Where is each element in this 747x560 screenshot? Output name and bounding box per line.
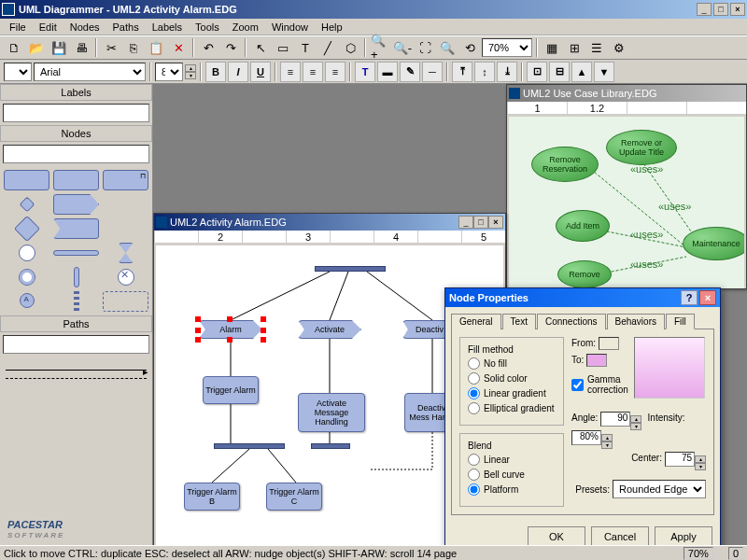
copy-icon[interactable]: ⎘ bbox=[123, 37, 144, 58]
cancel-button[interactable]: Cancel bbox=[591, 526, 649, 547]
shape-diamond-sm[interactable] bbox=[19, 197, 35, 213]
to-swatch[interactable] bbox=[586, 354, 607, 367]
radio-blend-platform[interactable] bbox=[468, 483, 480, 496]
back-icon[interactable]: ▼ bbox=[594, 62, 614, 82]
activity-titlebar[interactable]: UML2 Activity Alarm.EDG _ □ × bbox=[154, 214, 505, 231]
shape-bar-v[interactable] bbox=[74, 267, 79, 287]
path-dashed[interactable] bbox=[6, 378, 147, 379]
ok-button[interactable]: OK bbox=[528, 526, 585, 547]
angle-up[interactable]: ▴ bbox=[630, 415, 641, 423]
front-icon[interactable]: ▲ bbox=[571, 62, 592, 82]
print-icon[interactable]: 🖶 bbox=[71, 37, 92, 58]
child-max[interactable]: □ bbox=[473, 216, 488, 229]
uc-remove-reserv[interactable]: Remove Reservation bbox=[531, 147, 599, 182]
align-center-icon[interactable]: ≡ bbox=[303, 62, 323, 82]
zoomin-icon[interactable]: 🔍+ bbox=[370, 37, 390, 58]
zoomout-icon[interactable]: 🔍- bbox=[392, 37, 413, 58]
snap-icon[interactable]: ⊞ bbox=[564, 37, 585, 58]
pointer-icon[interactable]: ↖ bbox=[250, 37, 271, 58]
radio-blend-bell[interactable] bbox=[468, 469, 480, 481]
dialog-titlebar[interactable]: Node Properties ? × bbox=[445, 288, 720, 307]
radio-blend-linear[interactable] bbox=[468, 454, 480, 466]
prefs-icon[interactable]: ⚙ bbox=[609, 37, 629, 58]
grid-icon[interactable]: ▦ bbox=[542, 37, 562, 58]
shape-rect2[interactable] bbox=[53, 170, 99, 190]
text-icon[interactable]: T bbox=[295, 37, 316, 58]
radio-linear[interactable] bbox=[468, 387, 480, 399]
node-activate-msg[interactable]: Activate Message Handling bbox=[298, 393, 365, 432]
dialog-close-button[interactable]: × bbox=[699, 290, 716, 305]
node-activate[interactable]: Activate bbox=[298, 320, 361, 339]
save-icon[interactable]: 💾 bbox=[49, 37, 69, 58]
ungroup-icon[interactable]: ⊟ bbox=[549, 62, 570, 82]
bold-button[interactable]: B bbox=[205, 62, 226, 82]
uc-maintenance[interactable]: Maintenance bbox=[683, 227, 744, 260]
italic-button[interactable]: I bbox=[228, 62, 248, 82]
shape-rect[interactable] bbox=[4, 170, 49, 190]
paths-panel-header[interactable]: Paths bbox=[0, 315, 152, 332]
undo-icon[interactable]: ↶ bbox=[198, 37, 218, 58]
select-icon[interactable]: ▭ bbox=[273, 37, 293, 58]
zoomprev-icon[interactable]: ⟲ bbox=[459, 37, 480, 58]
menu-file[interactable]: File bbox=[4, 21, 32, 34]
minimize-button[interactable]: _ bbox=[697, 3, 712, 16]
intensity-input[interactable]: 80% bbox=[571, 430, 601, 445]
menu-edit[interactable]: Edit bbox=[34, 21, 63, 34]
tab-text[interactable]: Text bbox=[502, 314, 536, 329]
menu-help[interactable]: Help bbox=[316, 21, 348, 34]
angle-input[interactable]: 90 bbox=[600, 412, 630, 427]
tab-behaviors[interactable]: Behaviors bbox=[607, 314, 665, 329]
menu-paths[interactable]: Paths bbox=[107, 21, 145, 34]
usecase-titlebar[interactable]: UML2 Use Case Library.EDG bbox=[507, 85, 746, 102]
radio-elliptical[interactable] bbox=[468, 402, 480, 414]
menu-zoom[interactable]: Zoom bbox=[227, 21, 264, 34]
cut-icon[interactable]: ✂ bbox=[101, 37, 121, 58]
from-swatch[interactable] bbox=[599, 337, 619, 350]
zoom-combo[interactable]: 70% bbox=[482, 38, 532, 57]
new-icon[interactable]: 🗋 bbox=[4, 37, 24, 58]
align-left-icon[interactable]: ≡ bbox=[280, 62, 301, 82]
child-close[interactable]: × bbox=[488, 216, 503, 229]
menu-window[interactable]: Window bbox=[266, 21, 314, 34]
child-min[interactable]: _ bbox=[458, 216, 473, 229]
shape-bar[interactable] bbox=[53, 250, 99, 256]
node-trigger-b[interactable]: Trigger Alarm B bbox=[184, 483, 240, 511]
center-input[interactable]: 75 bbox=[665, 452, 695, 467]
size-up[interactable]: ▴ bbox=[185, 64, 196, 72]
close-button[interactable]: × bbox=[730, 3, 745, 16]
join-bar[interactable] bbox=[311, 443, 350, 449]
open-icon[interactable]: 📂 bbox=[26, 37, 47, 58]
zoomarea-icon[interactable]: 🔍 bbox=[437, 37, 458, 58]
valign-bot-icon[interactable]: ⤓ bbox=[497, 62, 517, 82]
shape-roundrect[interactable] bbox=[103, 291, 148, 312]
uc-remove[interactable]: Remove bbox=[557, 260, 612, 288]
gamma-checkbox[interactable] bbox=[571, 379, 584, 391]
line-icon[interactable]: ╱ bbox=[317, 37, 338, 58]
nodes-filter[interactable] bbox=[3, 145, 149, 163]
tab-fill[interactable]: Fill bbox=[666, 314, 695, 329]
shape-hourglass[interactable] bbox=[119, 243, 134, 263]
shape-diamond[interactable] bbox=[13, 216, 39, 242]
paste-icon[interactable]: 📋 bbox=[146, 37, 166, 58]
maximize-button[interactable]: □ bbox=[713, 3, 728, 16]
shape-target[interactable] bbox=[19, 269, 35, 286]
layers-icon[interactable]: ☰ bbox=[586, 37, 607, 58]
node-trigger-c[interactable]: Trigger Alarm C bbox=[266, 483, 322, 511]
labels-panel-header[interactable]: Labels bbox=[0, 84, 152, 101]
radio-solid[interactable] bbox=[468, 372, 480, 385]
size-down[interactable]: ▾ bbox=[185, 72, 196, 79]
underline-button[interactable]: U bbox=[250, 62, 271, 82]
shape-marker[interactable]: A bbox=[20, 293, 35, 308]
uc-add-item[interactable]: Add Item bbox=[556, 210, 610, 242]
menu-labels[interactable]: Labels bbox=[147, 21, 188, 34]
poly-icon[interactable]: ⬡ bbox=[340, 37, 360, 58]
fork-bar-mid[interactable] bbox=[214, 443, 285, 449]
align-right-icon[interactable]: ≡ bbox=[325, 62, 345, 82]
fork-bar-top[interactable] bbox=[315, 266, 386, 272]
node-alarm[interactable]: Alarm bbox=[199, 320, 262, 339]
shape-circle-o[interactable] bbox=[19, 245, 35, 261]
radio-nofill[interactable] bbox=[468, 357, 480, 370]
font-combo[interactable]: Arial bbox=[34, 63, 146, 81]
menu-nodes[interactable]: Nodes bbox=[64, 21, 106, 34]
presets-combo[interactable]: Rounded Edges bbox=[613, 480, 706, 498]
